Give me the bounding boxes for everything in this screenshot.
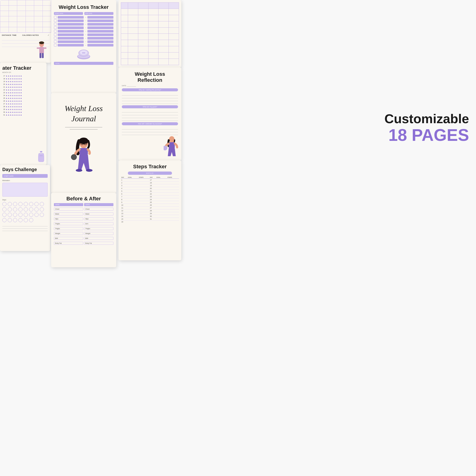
date-after-label: DATE [84,203,113,206]
svg-point-19 [76,169,82,172]
reflection-figure [164,135,180,159]
steps-tracker-title: Steps Tracker [119,160,181,170]
month-label: MONTH OF: [0,72,47,74]
hips-after: Hips [84,217,113,220]
main-container: DISTANCE TIME CALORIES NOTES ✓ [0,0,476,476]
weight-tracker-title: Weight Loss Tracker [51,0,116,12]
promo-line2: 18 PAGES [384,126,469,144]
promo-line1: Customizable [384,112,469,126]
svg-rect-16 [80,148,88,155]
col-calories: CALORIES [22,34,33,36]
motivation-label: Motivation: [0,179,50,182]
water-rows: 17▲▲▲▲▲▲▲▲ 18▲▲▲▲▲▲▲▲ 19▲▲▲▲▲▲▲▲ 20▲▲▲▲▲… [0,75,47,116]
bodyfat-after: Body Fat [84,242,113,245]
challenge-card: Days Challenge START DATE Motivation: Da… [0,165,50,251]
journal-card: Weight Loss Journal [51,93,116,193]
col-distance: DISTANCE [2,34,12,36]
scale-icon: 000 [51,48,116,61]
col-day1: DAY [121,177,128,178]
col-steps2: STEPS [168,177,179,178]
svg-text:000: 000 [82,52,85,54]
end-date-label: END DATE [85,13,92,14]
total-label: TOTAL [55,63,60,64]
date-line: DATE: __________ [119,84,181,87]
svg-point-20 [86,169,92,172]
challenge-title: Days Challenge [0,165,50,173]
grid-card [119,0,181,68]
journal-title: Weight Loss Journal [56,103,112,124]
svg-rect-18 [73,154,75,156]
arm-after: Arm [84,222,113,225]
promo-text: Customizable 18 PAGES [384,112,469,144]
weight-before: Weight [54,232,83,235]
before-after-title: Before & After [51,193,116,203]
date-before-label: DATE [54,203,83,206]
question-2: What are my goals? [122,105,178,108]
workout-card: DISTANCE TIME CALORIES NOTES ✓ [0,0,51,63]
thighs-before: Thighs [54,227,83,230]
svg-rect-4 [39,53,41,58]
question-3: How will I celebrate my success? [122,122,178,125]
bottle-icon [38,151,45,163]
hips-before: Hips [54,217,83,220]
reflection-card: Weight LossReflection DATE: __________ W… [119,68,181,160]
arm-before: Thighs [54,222,83,225]
weight-after: Weight [84,232,113,235]
question-1: Why am I starting this journey? [122,88,178,91]
svg-rect-3 [44,47,47,49]
svg-rect-12 [40,151,42,153]
bodyfat-before: Body Fat [54,242,83,245]
col-notes: NOTES [32,34,48,36]
col-time: TIME [12,34,22,36]
workout-figure [34,40,50,62]
col-steps1: STEPS [139,177,150,178]
col-day2: DAY [150,177,156,178]
steps-table: DAY GOAL STEPS DAY GOAL STEPS 117 218 31… [121,176,179,223]
col-goal2: GOAL [156,177,168,178]
steps-month-bar: MONTH OF: [128,171,172,175]
water-tracker-title: ater Tracker [0,63,47,72]
svg-rect-13 [39,155,43,156]
svg-rect-1 [39,47,44,53]
col-goal1: GOAL [128,177,139,178]
bmi-before: BMI [54,237,83,240]
svg-line-24 [80,143,80,143]
weight-tracker-card: Weight Loss Tracker START DATE END DATE … [51,0,116,93]
reflection-title: Weight LossReflection [119,68,181,84]
start-date-label: START DATE [55,13,63,14]
waist-after: Waist [84,212,113,215]
days-label: Days: [0,198,50,201]
thighs-after: Thighs [84,227,113,230]
before-after-grid: DATE DATE Chest Chest Waist Waist Hips H… [54,203,113,245]
journal-figure [65,135,102,183]
steps-tracker-card: Steps Tracker MONTH OF: DAY GOAL STEPS D… [119,160,181,260]
waist-before: Waist [54,212,83,215]
chest-after: Chest [84,207,113,211]
svg-point-6 [39,41,44,44]
col-check: ✓ [48,34,49,36]
svg-rect-5 [42,53,44,58]
svg-line-25 [87,143,88,143]
before-after-card: Before & After DATE DATE Chest Chest Wai… [51,193,116,267]
bmi-after: BMI [84,237,113,240]
svg-rect-2 [37,47,39,49]
challenge-start-date: START DATE [2,174,48,178]
circles-area [0,201,50,223]
motivation-box [2,183,48,197]
chest-before: Chest [54,207,83,211]
water-tracker-card: ater Tracker MONTH OF: 17▲▲▲▲▲▲▲▲ 18▲▲▲▲… [0,63,47,165]
